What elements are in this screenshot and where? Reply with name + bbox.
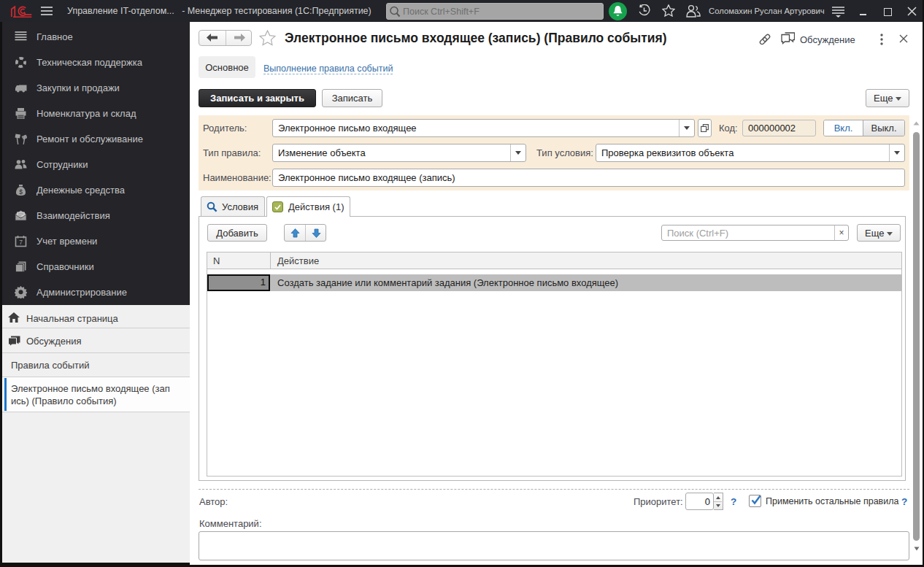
svg-text:7: 7: [19, 239, 23, 246]
svg-text:$: $: [19, 188, 23, 196]
